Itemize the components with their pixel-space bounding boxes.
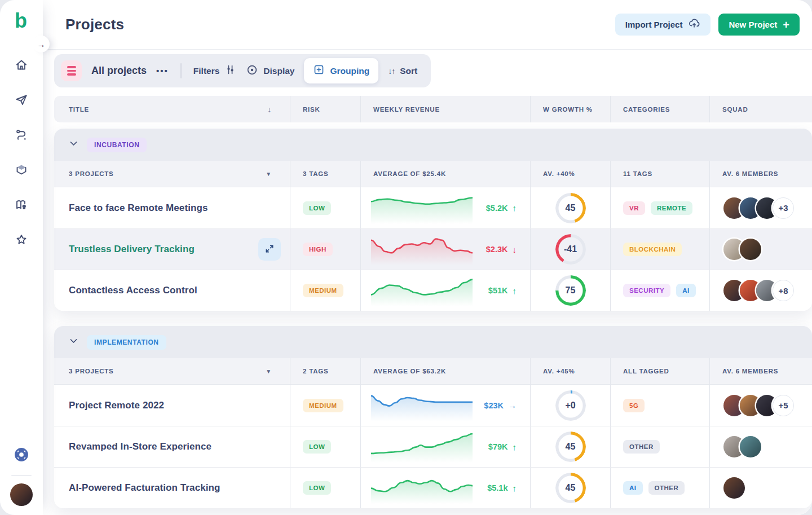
user-avatar[interactable] (10, 483, 33, 506)
table-row[interactable]: Face to face Remote Meetings LOW $5.2K ↑… (54, 187, 812, 228)
sidebar-item-roadmap[interactable] (10, 124, 33, 148)
squad-avatars: +3 (723, 197, 794, 219)
filters-button[interactable]: Filters (193, 64, 237, 78)
summary-revenue: AVERAGE OF $63.2K (361, 358, 531, 384)
sidebar-footer (0, 444, 43, 506)
sort-label: Sort (400, 66, 417, 76)
help-button[interactable] (10, 444, 33, 468)
new-project-label: New Project (729, 20, 777, 29)
chevron-down-icon[interactable] (69, 336, 78, 348)
column-header-categories[interactable]: CATEGORIES (611, 96, 710, 122)
risk-badge: LOW (303, 481, 331, 495)
expand-row-button[interactable] (258, 238, 281, 261)
category-badge: OTHER (623, 440, 660, 454)
import-project-button[interactable]: Import Project (615, 14, 711, 36)
summary-categories: 11 TAGS (611, 161, 710, 187)
view-more-button[interactable]: ••• (156, 66, 169, 76)
sidebar-item-send[interactable] (10, 89, 33, 113)
category-badge: SECURITY (623, 284, 670, 297)
sidebar-item-knowledge[interactable] (10, 194, 33, 218)
avatar-more-count: +5 (773, 395, 794, 416)
growth-gauge: 45 (555, 432, 586, 462)
project-title: Trustless Delivery Tracking (69, 244, 195, 255)
table-row[interactable]: Trustless Delivery Tracking HIGH $2.3K ↓… (54, 228, 812, 270)
sidebar-item-projects[interactable] (10, 159, 33, 183)
avatar (740, 239, 761, 260)
table-row[interactable]: Project Remote 2022 MEDIUM $23K → +0 5G … (54, 385, 812, 426)
squad-avatars: +5 (723, 395, 794, 416)
column-header-squad[interactable]: SQUAD (710, 96, 812, 122)
revenue-sparkline (371, 234, 473, 265)
summary-tags: 3 TAGS (290, 161, 361, 187)
category-badge: 5G (623, 399, 645, 412)
cloud-upload-icon (688, 17, 700, 32)
life-buoy-icon (14, 447, 29, 465)
project-title: Revamped In-Store Experience (69, 441, 211, 452)
sidebar-item-favorites[interactable] (10, 229, 33, 253)
import-project-label: Import Project (625, 20, 683, 29)
app-window: b → (0, 0, 812, 515)
sort-button[interactable]: ↓↑ Sort (388, 66, 417, 76)
sidebar: b → (0, 0, 43, 515)
trend-flat-icon: → (508, 400, 517, 410)
group-collapse-triangle-icon[interactable]: ▼ (266, 171, 290, 177)
group-summary-row: 3 PROJECTS ▼ 2 TAGS AVERAGE OF $63.2K AV… (54, 358, 812, 385)
trend-up-icon: ↑ (513, 442, 517, 452)
table-row[interactable]: Revamped In-Store Experience LOW $79K ↑ … (54, 426, 812, 467)
chevron-down-icon[interactable] (69, 139, 78, 151)
summary-projects[interactable]: 3 PROJECTS ▼ (54, 358, 290, 384)
project-title: AI-Powered Facturation Tracking (69, 482, 220, 494)
filters-icon (224, 64, 236, 78)
trend-up-icon: ↑ (513, 286, 517, 296)
expand-diagonal-icon (264, 243, 275, 256)
table-row[interactable]: Contactless Access Control MEDIUM $51K ↑… (54, 270, 812, 311)
view-list-icon[interactable] (61, 60, 82, 81)
revenue-value: $79K (488, 442, 508, 451)
column-header-risk[interactable]: RISK (290, 96, 361, 122)
sidebar-divider (11, 475, 32, 476)
category-badge: OTHER (648, 481, 685, 495)
group-badge[interactable]: INCUBATION (87, 138, 147, 152)
project-title: Contactless Access Control (69, 285, 197, 296)
plus-icon: + (783, 19, 789, 30)
revenue-value: $5.1k (487, 483, 508, 492)
app-logo: b (15, 9, 27, 33)
growth-gauge: -41 (555, 234, 586, 265)
avatar (740, 436, 761, 457)
table-row[interactable]: AI-Powered Facturation Tracking LOW $5.1… (54, 467, 812, 508)
grouping-button[interactable]: Grouping (304, 58, 378, 83)
route-icon (15, 128, 28, 144)
display-button[interactable]: Display (246, 64, 294, 78)
page-title: Projects (65, 16, 124, 33)
revenue-value: $23K (484, 401, 504, 410)
squad-avatars (723, 477, 745, 499)
sidebar-expand-toggle[interactable]: → (33, 36, 50, 52)
column-header-revenue[interactable]: WEEKLY REVENUE (361, 96, 531, 122)
page-header: Projects Import Project New Project + (43, 0, 812, 50)
revenue-value: $2.3K (486, 245, 508, 254)
avatar (723, 477, 745, 499)
avatar-more-count: +8 (773, 280, 794, 301)
category-badge: AI (676, 284, 696, 297)
sidebar-nav (0, 54, 43, 253)
revenue-sparkline (371, 472, 473, 504)
category-badge: VR (623, 201, 645, 215)
view-name[interactable]: All projects (91, 65, 147, 77)
sort-direction-icon[interactable]: ↓ (267, 105, 290, 114)
growth-gauge: +0 (555, 390, 586, 421)
new-project-button[interactable]: New Project + (718, 14, 800, 36)
project-title: Project Remote 2022 (69, 400, 164, 411)
growth-gauge: 45 (555, 473, 586, 503)
revenue-sparkline (371, 275, 473, 306)
group-badge[interactable]: IMPLEMENTATION (87, 335, 166, 350)
squad-avatars (723, 436, 761, 457)
revenue-value-group: $5.2K ↑ (486, 203, 530, 213)
category-badge: REMOTE (651, 201, 692, 215)
column-header-growth[interactable]: W GROWTH % (531, 96, 611, 122)
column-header-title[interactable]: TITLE ↓ (54, 96, 290, 122)
group-collapse-triangle-icon[interactable]: ▼ (266, 368, 290, 375)
summary-projects[interactable]: 3 PROJECTS ▼ (54, 161, 290, 187)
trend-up-icon: ↑ (513, 203, 517, 213)
package-icon (15, 163, 28, 179)
sidebar-item-home[interactable] (10, 54, 33, 78)
